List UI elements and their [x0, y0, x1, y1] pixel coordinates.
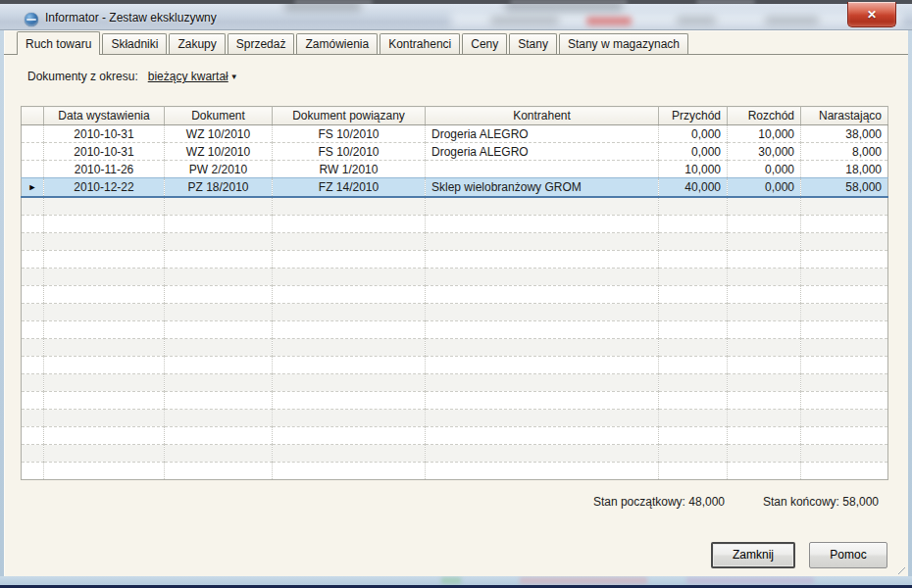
empty-cell — [22, 232, 44, 250]
tab-ruch-towaru[interactable]: Ruch towaru — [17, 31, 100, 55]
empty-cell — [426, 373, 659, 391]
header-narastajaco[interactable]: Narastająco — [801, 107, 888, 125]
table-row[interactable]: 2010-10-31 WZ 10/2010 FS 10/2010 Drogeri… — [22, 143, 888, 161]
table-row-empty[interactable] — [22, 373, 888, 391]
zamknij-button[interactable]: Zamknij — [711, 542, 795, 568]
empty-cell — [801, 303, 888, 320]
titlebar[interactable]: Informator - Zestaw ekskluzywny — [0, 4, 912, 30]
cell-date: 2010-12-22 — [44, 178, 165, 198]
header-dokument-powiazany[interactable]: Dokument powiązany — [273, 107, 426, 125]
empty-cell — [659, 285, 728, 303]
empty-cell — [165, 444, 273, 462]
empty-cell — [44, 215, 165, 232]
table-row-empty[interactable] — [22, 197, 888, 215]
empty-cell — [659, 338, 728, 356]
pomoc-button[interactable]: Pomoc — [809, 542, 887, 568]
empty-cell — [728, 391, 801, 409]
empty-cell — [44, 268, 165, 285]
cell-outcome: 30,000 — [728, 143, 801, 161]
resize-grip[interactable] — [892, 562, 905, 574]
empty-cell — [44, 232, 165, 250]
tab-kontrahenci[interactable]: Kontrahenci — [380, 33, 460, 54]
header-dokument[interactable]: Dokument — [165, 107, 273, 125]
cell-outcome: 0,000 — [728, 178, 801, 198]
close-icon: ✕ — [867, 8, 877, 22]
empty-cell — [22, 197, 44, 215]
empty-cell — [44, 391, 165, 409]
tab-ceny[interactable]: Ceny — [462, 33, 507, 54]
tab-skladniki[interactable]: Składniki — [102, 33, 167, 54]
close-window-button[interactable]: ✕ — [847, 2, 896, 27]
informator-dialog: Informator - Zestaw ekskluzywny ✕ Ruch t… — [0, 0, 912, 588]
tab-label: Stany — [518, 37, 548, 51]
empty-cell — [728, 426, 801, 444]
empty-cell — [44, 197, 165, 215]
empty-cell — [801, 373, 888, 391]
empty-cell — [801, 356, 888, 373]
empty-cell — [273, 338, 426, 356]
chevron-down-icon[interactable]: ▼ — [230, 73, 238, 81]
table-row-empty[interactable] — [22, 232, 888, 250]
header-row-marker — [22, 107, 44, 125]
aero-blur-blob — [586, 17, 632, 25]
empty-cell — [801, 462, 888, 479]
table-row-empty[interactable] — [22, 444, 888, 462]
aero-blur-blob — [686, 577, 814, 584]
button-row: Zamknij Pomoc — [21, 542, 887, 569]
opening-balance-label: Stan początkowy: — [593, 495, 685, 509]
dialog-client-area: Ruch towaru Składniki Zakupy Sprzedaż Za… — [4, 30, 908, 576]
empty-cell — [728, 285, 801, 303]
tab-stany-w-magazynach[interactable]: Stany w magazynach — [559, 33, 688, 54]
table-row-empty[interactable] — [22, 215, 888, 232]
aero-blur-blob — [490, 17, 559, 24]
cell-cumulative: 38,000 — [801, 125, 888, 143]
table-row[interactable]: 2010-10-31 WZ 10/2010 FS 10/2010 Drogeri… — [22, 125, 888, 143]
table-row-empty[interactable] — [22, 320, 888, 338]
empty-cell — [426, 285, 659, 303]
window-title: Informator - Zestaw ekskluzywny — [45, 11, 217, 24]
empty-cell — [426, 250, 659, 268]
empty-cell — [801, 391, 888, 409]
table-row-empty[interactable] — [22, 268, 888, 285]
header-przychod[interactable]: Przychód — [659, 107, 728, 125]
table-row-empty[interactable] — [22, 338, 888, 356]
row-marker-cell: ► — [22, 178, 44, 198]
tab-zakupy[interactable]: Zakupy — [169, 33, 225, 54]
table-row[interactable]: 2010-11-26 PW 2/2010 RW 1/2010 10,000 0,… — [22, 161, 888, 178]
table-row-empty[interactable] — [22, 462, 888, 479]
cell-related-document: FS 10/2010 — [273, 143, 426, 161]
tab-stany[interactable]: Stany — [509, 33, 557, 54]
tab-sprzedaz[interactable]: Sprzedaż — [228, 33, 295, 54]
row-marker-cell — [22, 161, 44, 178]
empty-cell — [44, 426, 165, 444]
table-row-empty[interactable] — [22, 356, 888, 373]
empty-cell — [728, 215, 801, 232]
empty-cell — [273, 268, 426, 285]
period-dropdown[interactable]: bieżący kwartał — [148, 70, 228, 83]
header-data-wystawienia[interactable]: Data wystawienia — [44, 107, 165, 125]
empty-cell — [273, 444, 426, 462]
empty-cell — [801, 320, 888, 338]
table-row-selected[interactable]: ► 2010-12-22 PZ 18/2010 FZ 14/2010 Sklep… — [22, 178, 888, 198]
selected-row-marker-icon: ► — [22, 178, 43, 196]
header-rozchod[interactable]: Rozchód — [728, 107, 801, 125]
table-row-empty[interactable] — [22, 250, 888, 268]
cell-income: 0,000 — [659, 125, 728, 143]
table-row-empty[interactable] — [22, 303, 888, 320]
empty-cell — [659, 303, 728, 320]
empty-cell — [44, 462, 165, 479]
table-row-empty[interactable] — [22, 391, 888, 409]
empty-cell — [44, 409, 165, 426]
cell-contractor: Drogeria ALEGRO — [426, 125, 659, 143]
header-kontrahent[interactable]: Kontrahent — [426, 107, 659, 125]
aero-blur-blob — [505, 4, 623, 12]
aero-blur-blob — [677, 17, 716, 24]
table-row-empty[interactable] — [22, 426, 888, 444]
tab-zamowienia[interactable]: Zamówienia — [296, 33, 378, 54]
table-row-empty[interactable] — [22, 285, 888, 303]
empty-cell — [426, 462, 659, 479]
empty-cell — [426, 232, 659, 250]
table-row-empty[interactable] — [22, 409, 888, 426]
table-body: 2010-10-31 WZ 10/2010 FS 10/2010 Drogeri… — [22, 125, 888, 480]
tab-label: Kontrahenci — [388, 37, 451, 51]
